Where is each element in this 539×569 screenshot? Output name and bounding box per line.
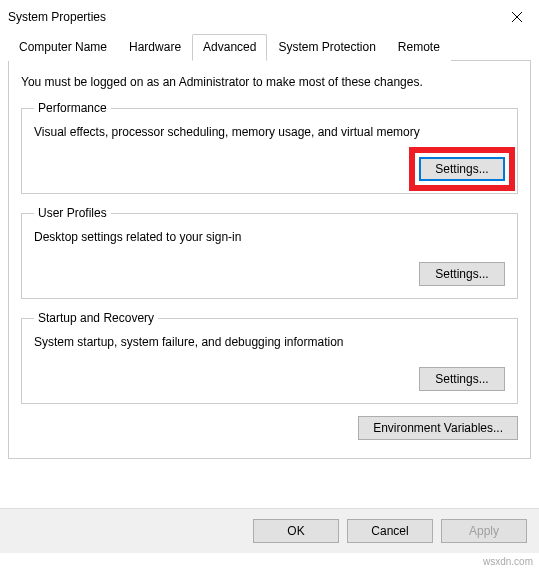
group-performance: Performance Visual effects, processor sc… — [21, 101, 518, 194]
tab-system-protection[interactable]: System Protection — [267, 34, 386, 61]
tab-hardware[interactable]: Hardware — [118, 34, 192, 61]
tab-strip: Computer Name Hardware Advanced System P… — [8, 34, 531, 61]
tab-content-advanced: You must be logged on as an Administrato… — [8, 61, 531, 459]
close-icon — [511, 11, 523, 23]
tab-remote[interactable]: Remote — [387, 34, 451, 61]
performance-settings-button[interactable]: Settings... — [419, 157, 505, 181]
tab-advanced[interactable]: Advanced — [192, 34, 267, 61]
performance-description: Visual effects, processor scheduling, me… — [34, 125, 505, 139]
environment-variables-button[interactable]: Environment Variables... — [358, 416, 518, 440]
group-startup-recovery: Startup and Recovery System startup, sys… — [21, 311, 518, 404]
close-button[interactable] — [507, 7, 527, 27]
watermark: wsxdn.com — [483, 556, 533, 567]
user-profiles-settings-button[interactable]: Settings... — [419, 262, 505, 286]
admin-notice: You must be logged on as an Administrato… — [21, 75, 518, 89]
startup-recovery-description: System startup, system failure, and debu… — [34, 335, 505, 349]
group-performance-legend: Performance — [34, 101, 111, 115]
group-startup-recovery-legend: Startup and Recovery — [34, 311, 158, 325]
dialog-button-bar: OK Cancel Apply — [0, 508, 539, 553]
apply-button[interactable]: Apply — [441, 519, 527, 543]
ok-button[interactable]: OK — [253, 519, 339, 543]
group-user-profiles-legend: User Profiles — [34, 206, 111, 220]
group-user-profiles: User Profiles Desktop settings related t… — [21, 206, 518, 299]
cancel-button[interactable]: Cancel — [347, 519, 433, 543]
startup-recovery-settings-button[interactable]: Settings... — [419, 367, 505, 391]
window-title: System Properties — [8, 10, 106, 24]
tab-computer-name[interactable]: Computer Name — [8, 34, 118, 61]
user-profiles-description: Desktop settings related to your sign-in — [34, 230, 505, 244]
title-bar: System Properties — [0, 0, 539, 34]
